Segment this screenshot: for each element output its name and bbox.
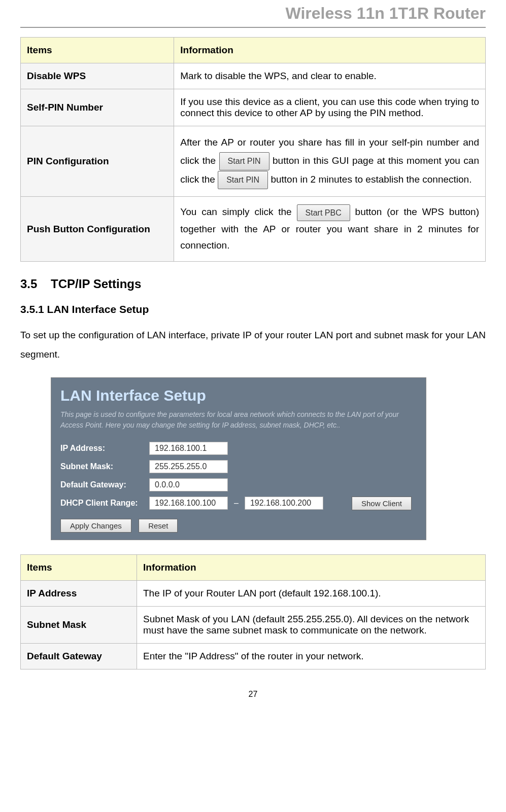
table2-header-items: Items (21, 554, 137, 580)
subsection-title: LAN Interface Setup (47, 303, 149, 315)
table-row: Push Button Configuration You can simply… (21, 197, 486, 261)
ip-address-label: IP Address: (60, 444, 149, 453)
default-gateway-input[interactable]: 0.0.0.0 (149, 478, 228, 491)
table-row: Self-PIN Number If you use this device a… (21, 89, 486, 126)
table-wps-info: Items Information Disable WPS Mark to di… (20, 37, 486, 262)
start-pbc-button[interactable]: Start PBC (297, 204, 350, 221)
cell-ip-info: The IP of your Router LAN port (default … (137, 580, 486, 606)
cell-disable-wps-label: Disable WPS (21, 63, 174, 89)
cell-mask-info: Subnet Mask of you LAN (default 255.255.… (137, 606, 486, 643)
default-gateway-label: Default Gateway: (60, 480, 149, 489)
subnet-mask-input[interactable]: 255.255.255.0 (149, 460, 228, 473)
subnet-mask-row: Subnet Mask: 255.255.255.0 (60, 460, 417, 473)
screenshot-title: LAN Interface Setup (60, 387, 417, 404)
cell-mask-label: Subnet Mask (21, 606, 137, 643)
start-pin-button[interactable]: Start PIN (218, 171, 268, 189)
apply-changes-button[interactable]: Apply Changes (60, 519, 131, 533)
cell-disable-wps-info: Mark to disable the WPS, and clear to en… (174, 63, 486, 89)
dhcp-range-separator: – (234, 499, 239, 508)
subsection-heading: 3.5.1 LAN Interface Setup (20, 303, 486, 315)
show-client-button[interactable]: Show Client (352, 497, 412, 510)
section-title: TCP/IP Settings (51, 277, 141, 291)
default-gateway-row: Default Gateway: 0.0.0.0 (60, 478, 417, 491)
pbc-text-before: You can simply click the (180, 206, 296, 217)
ip-address-row: IP Address: 192.168.100.1 (60, 442, 417, 455)
body-paragraph: To set up the configuration of LAN inter… (20, 326, 486, 364)
ip-address-input[interactable]: 192.168.100.1 (149, 442, 228, 455)
screenshot-buttons: Apply Changes Reset (60, 521, 417, 531)
header-title: Wireless 11n 1T1R Router (285, 4, 486, 22)
dhcp-range-to-input[interactable]: 192.168.100.200 (245, 497, 323, 510)
cell-gw-label: Default Gateway (21, 643, 137, 669)
table-row: PIN Configuration After the AP or router… (21, 126, 486, 197)
table-row: Disable WPS Mark to disable the WPS, and… (21, 63, 486, 89)
cell-pbc-label: Push Button Configuration (21, 197, 174, 261)
cell-ip-label: IP Address (21, 580, 137, 606)
subsection-num: 3.5.1 (20, 303, 44, 315)
table1-header-items: Items (21, 38, 174, 63)
screenshot-desc: This page is used to configure the param… (60, 409, 417, 431)
cell-pbc-info: You can simply click the Start PBC butto… (174, 197, 486, 261)
cell-pinconfig-label: PIN Configuration (21, 126, 174, 197)
dhcp-range-label: DHCP Client Range: (60, 499, 149, 508)
subnet-mask-label: Subnet Mask: (60, 462, 149, 471)
table-row: Default Gateway Enter the "IP Address" o… (21, 643, 486, 669)
page-header: Wireless 11n 1T1R Router (20, 0, 486, 28)
section-heading: 3.5 TCP/IP Settings (20, 277, 486, 291)
section-num: 3.5 (20, 277, 37, 291)
table-row: IP Address The IP of your Router LAN por… (21, 580, 486, 606)
pinconfig-text-after: button in 2 minutes to establish the con… (271, 174, 471, 185)
dhcp-range-row: DHCP Client Range: 192.168.100.100 – 192… (60, 497, 417, 510)
table-row: Subnet Mask Subnet Mask of you LAN (defa… (21, 606, 486, 643)
table1-header-info: Information (174, 38, 486, 63)
cell-selfpin-info: If you use this device as a client, you … (174, 89, 486, 126)
reset-button[interactable]: Reset (139, 519, 178, 533)
page-number: 27 (20, 690, 486, 699)
cell-selfpin-label: Self-PIN Number (21, 89, 174, 126)
cell-gw-info: Enter the "IP Address" of the router in … (137, 643, 486, 669)
table-lan-info: Items Information IP Address The IP of y… (20, 554, 486, 669)
lan-interface-screenshot: LAN Interface Setup This page is used to… (51, 377, 426, 540)
start-pin-button[interactable]: Start PIN (219, 152, 269, 170)
table2-header-info: Information (137, 554, 486, 580)
dhcp-range-from-input[interactable]: 192.168.100.100 (149, 497, 228, 510)
cell-pinconfig-info: After the AP or router you share has fil… (174, 126, 486, 197)
